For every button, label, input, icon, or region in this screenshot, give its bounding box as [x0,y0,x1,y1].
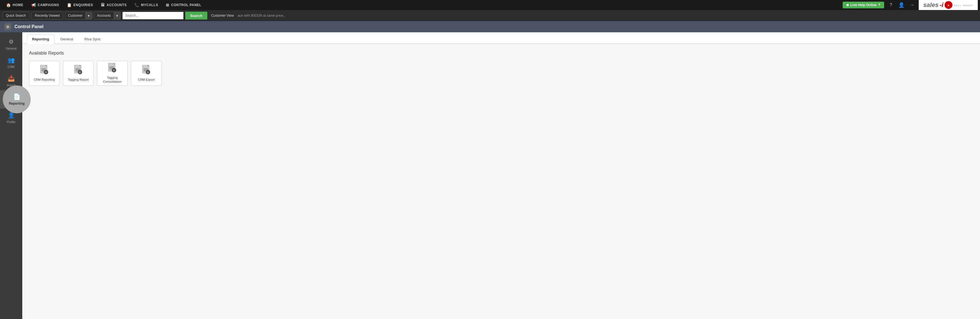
tab-general[interactable]: General [55,35,78,43]
live-help-label: Live Help Online [850,3,877,7]
sidebar-reporting-wrapper: 📄 Reporting 📄 Reporting [0,90,22,109]
sidebar-general-label: General [6,47,16,50]
top-nav: 🏠 HOME 📢 CAMPAIGNS 📋 ENQUIRIES 🏛 ACCOUNT… [0,0,980,10]
nav-item-enquiries[interactable]: 📋 ENQUIRIES [63,0,97,10]
logout-icon-btn[interactable]: → [908,1,916,9]
sidebar-profile-label: Profile [7,120,15,124]
sidebar: ⚙ General 👥 CRM 📥 Import 📄 Reporting 📄 R… [0,32,22,319]
nav-item-campaigns[interactable]: 📢 CAMPAIGNS [27,0,63,10]
logo-i-text: -i [940,2,943,9]
main-layout: ⚙ General 👥 CRM 📥 Import 📄 Reporting 📄 R… [0,32,980,319]
reports-section: Available Reports ≡ CRM Reporting [22,44,980,92]
sidebar-import-label: Import [7,84,15,87]
svg-text:≡: ≡ [113,69,115,72]
tab-reporting-label: Reporting [32,37,49,41]
sidebar-item-reporting[interactable]: 📄 Reporting [0,90,22,109]
tab-riva-sync-label: Riva Sync [84,37,101,41]
control-panel-icon: ⊞ [166,3,169,7]
help-icon-btn[interactable]: ? [887,1,895,9]
crm-export-icon: ≡ [142,65,151,75]
customer-view-button[interactable]: Customer View [209,14,236,17]
recently-viewed-button[interactable]: Recently Viewed [31,12,63,19]
accounts-dropdown[interactable]: Accounts ▾ [94,12,120,19]
logo-circle: ● [945,1,952,9]
report-card-crm-export[interactable]: ≡ CRM Export [131,61,162,86]
control-panel-header-icon: ⚙ [5,23,11,30]
sidebar-item-crm[interactable]: 👥 CRM [0,54,22,72]
customer-dropdown-label: Customer [65,14,85,17]
available-reports-title: Available Reports [29,51,973,56]
logo-circle-icon: ● [948,4,949,7]
crm-icon: 👥 [8,57,15,63]
live-help-question-icon: ? [878,3,880,7]
customer-dropdown[interactable]: Customer ▾ [65,12,92,19]
sidebar-item-general[interactable]: ⚙ General [0,35,22,54]
general-icon: ⚙ [9,38,14,45]
crm-reporting-icon: ≡ [40,65,49,75]
nav-item-home[interactable]: 🏠 HOME [2,0,27,10]
nav-campaigns-label: CAMPAIGNS [38,3,59,7]
import-icon: 📥 [8,75,15,82]
tagging-consolidation-icon: ≡ [108,63,117,73]
tab-general-label: General [60,37,73,41]
accounts-dropdown-label: Accounts [94,14,113,17]
report-card-tagging-report[interactable]: ≡ Tagging Report [63,61,94,86]
content-area: Reporting General Riva Sync Available Re… [22,32,980,319]
report-card-tagging-consolidation[interactable]: ≡ Tagging Consolidation [97,61,127,86]
reports-grid: ≡ CRM Reporting ≡ Tagging Rep [29,61,973,86]
page-title: Control Panel [14,24,43,29]
tab-reporting[interactable]: Reporting [27,35,54,44]
tagging-report-label: Tagging Report [68,78,89,82]
logo-sales-text: sales [923,2,939,9]
help-icon: ? [890,3,892,8]
accounts-icon: 🏛 [101,3,105,7]
nav-items: 🏠 HOME 📢 CAMPAIGNS 📋 ENQUIRIES 🏛 ACCOUNT… [2,0,843,10]
svg-text:≡: ≡ [45,71,47,74]
svg-text:≡: ≡ [147,71,149,74]
sidebar-crm-label: CRM [8,65,14,68]
nav-home-label: HOME [13,3,24,7]
tabs-bar: Reporting General Riva Sync [22,32,980,44]
nav-right: Live Help Online ? ? 👤 → [843,1,916,9]
live-help-button[interactable]: Live Help Online ? [843,2,884,8]
marquee-content: ace with 800339 at same price... [238,14,286,17]
enquiries-icon: 📋 [67,3,72,7]
nav-accounts-label: ACCOUNTS [107,3,127,7]
logo: sales -i ● SELL SMART [923,1,973,9]
tagging-consolidation-label: Tagging Consolidation [97,76,127,84]
live-help-dot [846,4,849,6]
nav-item-mycalls[interactable]: 📞 MYCALLS [130,0,162,10]
nav-item-control-panel[interactable]: ⊞ CONTROL PANEL [162,0,205,10]
mycalls-icon: 📞 [134,3,139,7]
crm-export-label: CRM Export [138,78,155,82]
sidebar-item-import[interactable]: 📥 Import [0,72,22,90]
nav-item-accounts[interactable]: 🏛 ACCOUNTS [97,0,131,10]
tagging-report-icon: ≡ [74,65,83,75]
crm-reporting-label: CRM Reporting [34,78,55,82]
nav-mycalls-label: MYCALLS [141,3,158,7]
nav-control-panel-label: CONTROL PANEL [171,3,202,7]
svg-text:≡: ≡ [79,71,81,74]
logout-icon: → [910,3,914,8]
home-icon: 🏠 [6,3,11,7]
user-icon-btn[interactable]: 👤 [897,1,905,9]
logo-tagline: SELL SMART [954,4,973,7]
page-header: ⚙ Control Panel [0,21,980,32]
gear-icon: ⚙ [6,25,10,29]
marquee-text: ace with 800339 at same price... [238,14,978,17]
campaigns-icon: 📢 [31,3,36,7]
sidebar-reporting-label: Reporting [5,102,18,105]
tab-riva-sync[interactable]: Riva Sync [79,35,106,43]
reporting-icon: 📄 [8,94,15,100]
search-button[interactable]: Search [185,12,207,19]
user-icon: 👤 [898,2,905,8]
search-input[interactable] [123,12,184,19]
nav-enquiries-label: ENQUIRIES [73,3,93,7]
sidebar-item-profile[interactable]: 👤 Profile [0,109,22,127]
logo-area: sales -i ● SELL SMART [919,0,978,10]
report-card-crm-reporting[interactable]: ≡ CRM Reporting [29,61,60,86]
customer-dropdown-caret[interactable]: ▾ [85,12,92,19]
accounts-dropdown-caret[interactable]: ▾ [114,12,120,19]
profile-icon: 👤 [8,112,15,119]
quick-search-button[interactable]: Quick Search [2,12,30,19]
